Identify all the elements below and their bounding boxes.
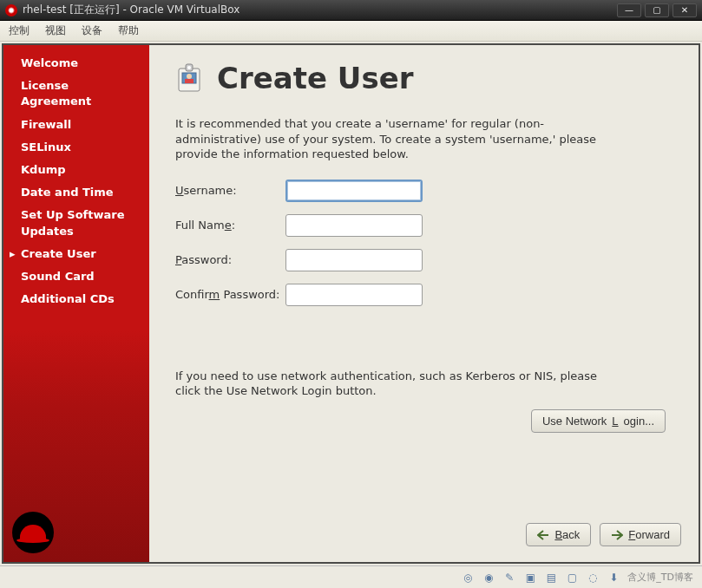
intro-text: It is recommended that you create a 'use… xyxy=(175,116,609,162)
sidebar: Welcome License Agreement Firewall SELin… xyxy=(3,45,149,562)
arrow-left-icon xyxy=(537,530,549,540)
svg-point-2 xyxy=(187,74,192,79)
password-input[interactable] xyxy=(285,249,423,271)
close-button[interactable]: ✕ xyxy=(672,3,697,17)
network-button-row: Use Network Login... xyxy=(175,409,672,433)
row-password: Password: xyxy=(175,249,672,271)
row-confirm: Confirm Password: xyxy=(175,284,672,306)
mouse-capture-icon[interactable]: ⬇ xyxy=(607,571,620,585)
user-badge-icon xyxy=(175,62,203,94)
recording-icon[interactable]: ◌ xyxy=(586,571,600,585)
label-fullname: Full Name: xyxy=(175,219,285,232)
svg-rect-3 xyxy=(185,79,194,83)
svg-rect-5 xyxy=(187,66,191,69)
sidebar-item-create-user[interactable]: Create User xyxy=(3,243,149,265)
disk-icon[interactable]: ◎ xyxy=(461,571,475,585)
use-network-login-button[interactable]: Use Network Login... xyxy=(531,409,666,433)
row-username: Username: xyxy=(175,180,672,202)
redhat-hat-icon xyxy=(20,525,46,540)
menubar: 控制 视图 设备 帮助 xyxy=(0,21,702,42)
minimize-button[interactable]: — xyxy=(617,3,641,17)
display-icon[interactable]: ▢ xyxy=(565,571,579,585)
forward-button[interactable]: Forward xyxy=(600,523,681,546)
back-button[interactable]: Back xyxy=(526,523,591,546)
network-icon[interactable]: ▣ xyxy=(523,571,537,585)
vm-status-bar: ◎ ◉ ✎ ▣ ▤ ▢ ◌ ⬇ 含义博_TD博客 xyxy=(0,565,702,588)
maximize-button[interactable]: ▢ xyxy=(645,3,669,17)
app-icon xyxy=(5,4,17,16)
label-confirm: Confirm Password: xyxy=(175,288,285,301)
shared-folder-icon[interactable]: ▤ xyxy=(544,571,558,585)
window-title: rhel-test [正在运行] - Oracle VM VirtualBox xyxy=(23,3,617,17)
label-password: Password: xyxy=(175,253,285,266)
optical-icon[interactable]: ◉ xyxy=(482,571,495,585)
sidebar-item-welcome[interactable]: Welcome xyxy=(3,52,149,75)
sidebar-item-datetime[interactable]: Date and Time xyxy=(3,181,149,204)
window-controls: — ▢ ✕ xyxy=(617,3,697,17)
footer-buttons: Back Forward xyxy=(526,523,681,546)
main-panel: Create User It is recommended that you c… xyxy=(149,45,699,562)
sidebar-item-selinux[interactable]: SELinux xyxy=(3,136,149,159)
arrow-right-icon xyxy=(611,530,623,540)
menu-devices[interactable]: 设备 xyxy=(82,23,102,38)
network-text: If you need to use network authenticatio… xyxy=(175,369,609,399)
sidebar-item-kdump[interactable]: Kdump xyxy=(3,159,149,181)
menu-help[interactable]: 帮助 xyxy=(118,23,139,38)
confirm-password-input[interactable] xyxy=(285,284,423,306)
sidebar-item-cds[interactable]: Additional CDs xyxy=(3,288,149,310)
fullname-input[interactable] xyxy=(285,214,423,237)
menu-view[interactable]: 视图 xyxy=(45,23,66,38)
sidebar-item-license[interactable]: License Agreement xyxy=(3,75,149,113)
sidebar-item-updates[interactable]: Set Up Software Updates xyxy=(3,204,149,242)
redhat-logo xyxy=(12,512,54,553)
row-fullname: Full Name: xyxy=(175,214,672,237)
content-wrapper: Welcome License Agreement Firewall SELin… xyxy=(2,43,700,564)
page-title: Create User xyxy=(217,61,414,95)
sidebar-item-firewall[interactable]: Firewall xyxy=(3,114,149,136)
status-watermark: 含义博_TD博客 xyxy=(627,571,693,584)
menu-control[interactable]: 控制 xyxy=(9,23,30,38)
usb-icon[interactable]: ✎ xyxy=(502,571,516,585)
sidebar-item-sound[interactable]: Sound Card xyxy=(3,265,149,288)
window-titlebar: rhel-test [正在运行] - Oracle VM VirtualBox … xyxy=(0,0,702,21)
username-input[interactable] xyxy=(285,180,423,202)
page-header: Create User xyxy=(175,61,672,95)
label-username: Username: xyxy=(175,184,285,197)
